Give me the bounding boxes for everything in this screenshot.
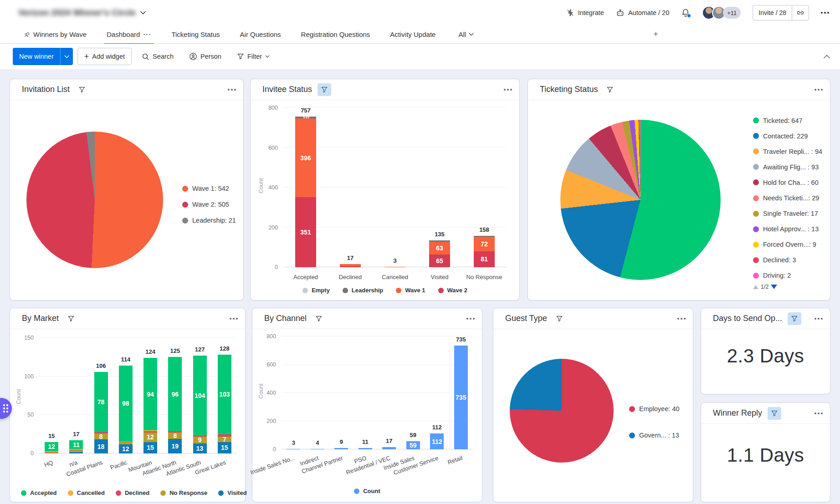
bar-segment-no-response[interactable]: 8 bbox=[94, 433, 108, 440]
invitation-list-pie[interactable] bbox=[26, 132, 163, 268]
bar[interactable]: 6365 bbox=[429, 240, 450, 267]
automate-button[interactable]: Automate / 20 bbox=[616, 9, 669, 17]
bar-segment-wave-2[interactable]: 65 bbox=[429, 255, 450, 267]
filter-button[interactable]: Filter bbox=[231, 48, 275, 65]
bar-segment-wave-1[interactable]: 63 bbox=[429, 242, 450, 255]
bar[interactable] bbox=[384, 267, 405, 267]
bar-segment-accepted[interactable]: 78 bbox=[94, 372, 108, 432]
legend-item[interactable]: Driving: 2 bbox=[753, 271, 822, 280]
tab-registration-questions[interactable]: Registration Questions bbox=[301, 25, 370, 44]
bar-segment-count[interactable] bbox=[311, 449, 324, 449]
person-filter-button[interactable]: Person bbox=[184, 48, 227, 65]
bar-segment-visited[interactable]: 12 bbox=[119, 444, 133, 453]
widget-menu-icon[interactable] bbox=[814, 318, 823, 320]
widget-filter-icon-active[interactable] bbox=[318, 83, 331, 96]
add-widget-button[interactable]: + Add widget bbox=[77, 48, 132, 65]
bar[interactable]: 78818 bbox=[94, 372, 108, 453]
tab-winners-by-wave[interactable]: Winners by Wave bbox=[24, 25, 87, 44]
legend-item[interactable]: Awaiting Flig... : 93 bbox=[753, 163, 822, 171]
bar-segment-no-response[interactable]: 12 bbox=[143, 433, 157, 442]
copy-link-icon[interactable] bbox=[792, 5, 809, 20]
tab-activity-update[interactable]: Activity Update bbox=[390, 25, 435, 44]
tab-ticketing-status[interactable]: Ticketing Status bbox=[171, 25, 220, 44]
invite-button[interactable]: Invite / 28 bbox=[753, 5, 809, 20]
board-members[interactable]: +11 bbox=[702, 6, 741, 20]
tab-dashboard[interactable]: Dashboard ··· bbox=[107, 25, 151, 44]
bar-segment-wave-2[interactable]: 351 bbox=[295, 197, 316, 267]
bar-segment-wave-1[interactable] bbox=[384, 267, 405, 267]
legend-item[interactable]: Ticketed: 647 bbox=[753, 116, 822, 125]
search-button[interactable]: Search bbox=[136, 48, 179, 65]
legend-item[interactable]: Employee: 40 bbox=[629, 404, 680, 413]
legend-item[interactable]: Visited bbox=[218, 489, 246, 496]
notifications-button[interactable] bbox=[681, 8, 690, 17]
bar[interactable] bbox=[359, 448, 372, 449]
bar-segment-wave-1[interactable]: 72 bbox=[474, 237, 495, 251]
bar-segment-accepted[interactable]: 98 bbox=[119, 366, 133, 441]
bar-segment-accepted[interactable]: 11 bbox=[69, 440, 83, 449]
legend-item[interactable]: Leadership: 21 bbox=[182, 216, 236, 225]
bar-segment-count[interactable]: 735 bbox=[454, 346, 468, 449]
widget-filter-icon[interactable] bbox=[553, 312, 566, 325]
integrate-button[interactable]: Integrate bbox=[566, 9, 604, 17]
bar[interactable]: 735 bbox=[454, 346, 468, 449]
widget-filter-icon[interactable] bbox=[75, 83, 89, 96]
legend-item[interactable]: Wave 1: 542 bbox=[182, 184, 236, 193]
legend-item[interactable]: Empty bbox=[302, 287, 330, 294]
bar[interactable]: 103715 bbox=[218, 355, 231, 453]
bar-segment-visited[interactable]: 15 bbox=[218, 442, 231, 453]
bar-segment-visited[interactable] bbox=[69, 452, 83, 453]
bar[interactable]: 96819 bbox=[168, 357, 182, 453]
widget-menu-icon[interactable] bbox=[228, 89, 236, 91]
bar-segment-visited[interactable]: 15 bbox=[143, 442, 157, 453]
legend-item[interactable]: Needs Ticketi...: 29 bbox=[753, 193, 822, 202]
bar-segment-count[interactable] bbox=[334, 448, 348, 449]
bar-segment-accepted[interactable]: 12 bbox=[45, 442, 58, 451]
bar[interactable]: 7281 bbox=[474, 236, 495, 267]
bar[interactable] bbox=[382, 447, 396, 449]
bar-segment-wave-2[interactable] bbox=[340, 266, 361, 267]
bar-segment-count[interactable]: 59 bbox=[406, 441, 420, 449]
legend-item[interactable]: Hold for Cha... : 60 bbox=[753, 178, 822, 187]
new-winner-button[interactable]: New winner bbox=[13, 48, 73, 65]
tab-filter-all[interactable]: All bbox=[458, 31, 474, 38]
widget-filter-icon[interactable] bbox=[603, 83, 617, 96]
board-menu-icon[interactable] bbox=[821, 12, 829, 14]
legend-item[interactable]: Wave 2 bbox=[438, 287, 467, 294]
legend-item[interactable]: Cancelled bbox=[68, 489, 105, 496]
widget-filter-icon[interactable] bbox=[312, 312, 326, 325]
bar-segment-count[interactable]: 112 bbox=[430, 433, 444, 449]
widget-menu-icon[interactable] bbox=[230, 318, 238, 320]
legend-item[interactable]: Contacted: 229 bbox=[753, 132, 822, 140]
avatar-overflow-count[interactable]: +11 bbox=[723, 7, 741, 19]
bar-segment-accepted[interactable]: 96 bbox=[168, 357, 182, 431]
guest-type-pie[interactable] bbox=[510, 359, 614, 463]
legend-item[interactable]: Forced Overn...: 9 bbox=[753, 240, 822, 249]
bar-segment-no-response[interactable]: 7 bbox=[218, 437, 231, 442]
bar[interactable] bbox=[334, 448, 348, 449]
board-title-caret-icon[interactable] bbox=[140, 11, 146, 15]
bar-segment-no-response[interactable] bbox=[45, 453, 58, 453]
legend-item[interactable]: Declined: 3 bbox=[753, 256, 822, 265]
bar[interactable]: 10396351 bbox=[295, 117, 316, 267]
bar-segment-accepted[interactable]: 104 bbox=[193, 356, 207, 436]
widget-menu-icon[interactable] bbox=[466, 318, 475, 320]
bar[interactable] bbox=[340, 264, 361, 267]
legend-page-up-icon[interactable] bbox=[753, 285, 758, 289]
legend-page-down-icon[interactable] bbox=[771, 285, 777, 289]
bar[interactable]: 9812 bbox=[119, 366, 133, 453]
legend-item[interactable]: Wave 1 bbox=[396, 287, 425, 294]
bar-segment-visited[interactable]: 13 bbox=[193, 443, 207, 453]
tab-air-questions[interactable]: Air Questions bbox=[240, 25, 281, 44]
board-title[interactable]: Verizon 2024 Winner's Circle bbox=[18, 8, 136, 18]
bar[interactable] bbox=[287, 449, 300, 449]
bar[interactable]: 59 bbox=[406, 441, 420, 449]
legend-item[interactable]: Single Traveler: 17 bbox=[753, 209, 822, 218]
widget-menu-icon[interactable] bbox=[814, 89, 823, 91]
bar[interactable]: 11 bbox=[69, 440, 83, 453]
widget-filter-icon-active[interactable] bbox=[768, 407, 781, 420]
legend-item[interactable]: Leadership bbox=[343, 287, 383, 294]
bar-segment-no-response[interactable] bbox=[119, 441, 133, 444]
bar-segment-wave-1[interactable]: 396 bbox=[295, 118, 316, 197]
bar[interactable]: 12 bbox=[45, 442, 58, 453]
